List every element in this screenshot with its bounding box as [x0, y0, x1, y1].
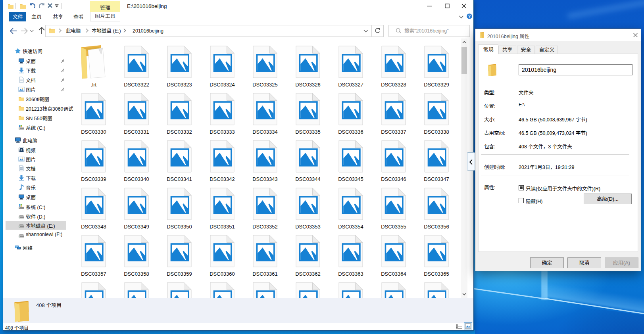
- svg-text:?: ?: [468, 14, 471, 19]
